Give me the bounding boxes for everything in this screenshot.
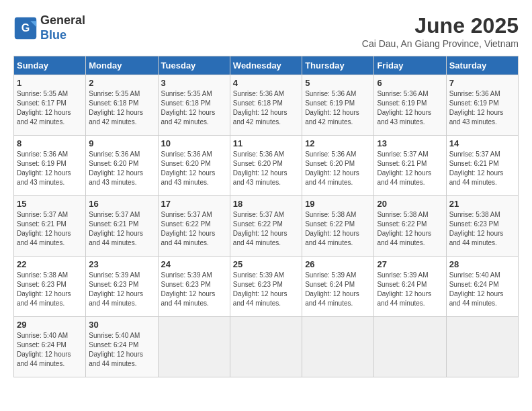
- day-info: Sunrise: 5:35 AMSunset: 6:18 PMDaylight:…: [89, 89, 154, 127]
- day-number: 28: [449, 259, 515, 269]
- calendar-day-cell: 12Sunrise: 5:36 AMSunset: 6:20 PMDayligh…: [302, 136, 374, 196]
- title-block: June 2025 Cai Dau, An Giang Province, Vi…: [362, 13, 519, 49]
- day-info: Sunrise: 5:39 AMSunset: 6:23 PMDaylight:…: [89, 271, 154, 308]
- calendar-day-cell: 14Sunrise: 5:37 AMSunset: 6:21 PMDayligh…: [446, 136, 518, 196]
- day-number: 24: [161, 259, 227, 269]
- calendar-day-cell: 27Sunrise: 5:39 AMSunset: 6:24 PMDayligh…: [374, 257, 446, 317]
- day-info: Sunrise: 5:40 AMSunset: 6:24 PMDaylight:…: [17, 331, 83, 369]
- day-info: Sunrise: 5:36 AMSunset: 6:18 PMDaylight:…: [233, 89, 299, 127]
- month-title: June 2025: [362, 13, 519, 38]
- calendar-day-cell: 30Sunrise: 5:40 AMSunset: 6:24 PMDayligh…: [86, 317, 158, 377]
- day-number: 26: [305, 259, 371, 269]
- weekday-header-monday: Monday: [86, 56, 158, 75]
- day-info: Sunrise: 5:36 AMSunset: 6:19 PMDaylight:…: [17, 150, 83, 187]
- day-number: 2: [89, 78, 154, 88]
- calendar-header: SundayMondayTuesdayWednesdayThursdayFrid…: [14, 56, 519, 75]
- calendar-day-cell: 2Sunrise: 5:35 AMSunset: 6:18 PMDaylight…: [86, 75, 158, 136]
- day-number: 15: [17, 199, 83, 209]
- calendar-day-cell: 1Sunrise: 5:35 AMSunset: 6:17 PMDaylight…: [14, 75, 86, 136]
- weekday-header-friday: Friday: [374, 56, 446, 75]
- day-number: 13: [377, 138, 443, 148]
- calendar-day-cell: 20Sunrise: 5:38 AMSunset: 6:22 PMDayligh…: [374, 196, 446, 257]
- day-info: Sunrise: 5:37 AMSunset: 6:21 PMDaylight:…: [377, 150, 443, 187]
- calendar-day-cell: [446, 317, 518, 377]
- calendar-week-row: 8Sunrise: 5:36 AMSunset: 6:19 PMDaylight…: [14, 136, 519, 196]
- day-number: 4: [233, 78, 299, 88]
- logo: G General Blue: [13, 13, 85, 42]
- calendar-day-cell: 10Sunrise: 5:36 AMSunset: 6:20 PMDayligh…: [158, 136, 230, 196]
- calendar-body: 1Sunrise: 5:35 AMSunset: 6:17 PMDaylight…: [14, 75, 519, 377]
- calendar-day-cell: [374, 317, 446, 377]
- calendar-day-cell: 15Sunrise: 5:37 AMSunset: 6:21 PMDayligh…: [14, 196, 86, 257]
- day-info: Sunrise: 5:38 AMSunset: 6:22 PMDaylight:…: [377, 210, 443, 248]
- day-info: Sunrise: 5:36 AMSunset: 6:20 PMDaylight:…: [161, 150, 227, 187]
- day-number: 18: [233, 199, 299, 209]
- calendar-day-cell: 5Sunrise: 5:36 AMSunset: 6:19 PMDaylight…: [302, 75, 374, 136]
- day-number: 3: [161, 78, 227, 88]
- svg-text:G: G: [21, 21, 30, 34]
- day-number: 17: [161, 199, 227, 209]
- day-info: Sunrise: 5:40 AMSunset: 6:24 PMDaylight:…: [89, 331, 154, 369]
- calendar-week-row: 15Sunrise: 5:37 AMSunset: 6:21 PMDayligh…: [14, 196, 519, 257]
- weekday-row: SundayMondayTuesdayWednesdayThursdayFrid…: [14, 56, 519, 75]
- day-info: Sunrise: 5:35 AMSunset: 6:18 PMDaylight:…: [161, 89, 227, 127]
- logo-general: General: [40, 13, 85, 28]
- day-info: Sunrise: 5:35 AMSunset: 6:17 PMDaylight:…: [17, 89, 83, 127]
- calendar-day-cell: 22Sunrise: 5:38 AMSunset: 6:23 PMDayligh…: [14, 257, 86, 317]
- day-info: Sunrise: 5:37 AMSunset: 6:22 PMDaylight:…: [161, 210, 227, 248]
- day-number: 21: [449, 199, 515, 209]
- calendar-day-cell: 23Sunrise: 5:39 AMSunset: 6:23 PMDayligh…: [86, 257, 158, 317]
- day-number: 1: [17, 78, 83, 88]
- weekday-header-wednesday: Wednesday: [230, 56, 302, 75]
- calendar-day-cell: 25Sunrise: 5:39 AMSunset: 6:23 PMDayligh…: [230, 257, 302, 317]
- weekday-header-thursday: Thursday: [302, 56, 374, 75]
- day-number: 27: [377, 259, 443, 269]
- day-info: Sunrise: 5:36 AMSunset: 6:19 PMDaylight:…: [305, 89, 371, 127]
- calendar-day-cell: 3Sunrise: 5:35 AMSunset: 6:18 PMDaylight…: [158, 75, 230, 136]
- day-info: Sunrise: 5:39 AMSunset: 6:23 PMDaylight:…: [233, 271, 299, 308]
- calendar-day-cell: [230, 317, 302, 377]
- calendar-day-cell: 9Sunrise: 5:36 AMSunset: 6:20 PMDaylight…: [86, 136, 158, 196]
- day-info: Sunrise: 5:38 AMSunset: 6:23 PMDaylight:…: [17, 271, 83, 308]
- calendar-day-cell: 18Sunrise: 5:37 AMSunset: 6:22 PMDayligh…: [230, 196, 302, 257]
- day-number: 14: [449, 138, 515, 148]
- calendar-day-cell: 4Sunrise: 5:36 AMSunset: 6:18 PMDaylight…: [230, 75, 302, 136]
- day-info: Sunrise: 5:36 AMSunset: 6:20 PMDaylight:…: [89, 150, 154, 187]
- day-number: 8: [17, 138, 83, 148]
- day-info: Sunrise: 5:39 AMSunset: 6:24 PMDaylight:…: [305, 271, 371, 308]
- day-number: 11: [233, 138, 299, 148]
- day-info: Sunrise: 5:37 AMSunset: 6:21 PMDaylight:…: [449, 150, 515, 187]
- logo-icon: G: [13, 16, 38, 40]
- day-number: 7: [449, 78, 515, 88]
- calendar-day-cell: 8Sunrise: 5:36 AMSunset: 6:19 PMDaylight…: [14, 136, 86, 196]
- day-number: 19: [305, 199, 371, 209]
- day-info: Sunrise: 5:39 AMSunset: 6:24 PMDaylight:…: [377, 271, 443, 308]
- day-info: Sunrise: 5:37 AMSunset: 6:22 PMDaylight:…: [233, 210, 299, 248]
- weekday-header-sunday: Sunday: [14, 56, 86, 75]
- calendar-day-cell: 6Sunrise: 5:36 AMSunset: 6:19 PMDaylight…: [374, 75, 446, 136]
- day-info: Sunrise: 5:38 AMSunset: 6:22 PMDaylight:…: [305, 210, 371, 248]
- calendar-day-cell: 13Sunrise: 5:37 AMSunset: 6:21 PMDayligh…: [374, 136, 446, 196]
- calendar-day-cell: 26Sunrise: 5:39 AMSunset: 6:24 PMDayligh…: [302, 257, 374, 317]
- day-number: 9: [89, 138, 154, 148]
- calendar-day-cell: 21Sunrise: 5:38 AMSunset: 6:23 PMDayligh…: [446, 196, 518, 257]
- logo-blue: Blue: [40, 28, 85, 43]
- day-info: Sunrise: 5:39 AMSunset: 6:23 PMDaylight:…: [161, 271, 227, 308]
- calendar-week-row: 29Sunrise: 5:40 AMSunset: 6:24 PMDayligh…: [14, 317, 519, 377]
- day-number: 16: [89, 199, 154, 209]
- calendar-table: SundayMondayTuesdayWednesdayThursdayFrid…: [13, 56, 519, 377]
- day-number: 22: [17, 259, 83, 269]
- calendar-day-cell: 24Sunrise: 5:39 AMSunset: 6:23 PMDayligh…: [158, 257, 230, 317]
- day-info: Sunrise: 5:36 AMSunset: 6:20 PMDaylight:…: [305, 150, 371, 187]
- calendar-day-cell: 7Sunrise: 5:36 AMSunset: 6:19 PMDaylight…: [446, 75, 518, 136]
- calendar-day-cell: 17Sunrise: 5:37 AMSunset: 6:22 PMDayligh…: [158, 196, 230, 257]
- day-info: Sunrise: 5:36 AMSunset: 6:20 PMDaylight:…: [233, 150, 299, 187]
- day-info: Sunrise: 5:37 AMSunset: 6:21 PMDaylight:…: [89, 210, 154, 248]
- page-header: G General Blue June 2025 Cai Dau, An Gia…: [13, 13, 519, 49]
- location: Cai Dau, An Giang Province, Vietnam: [362, 38, 519, 49]
- calendar-week-row: 1Sunrise: 5:35 AMSunset: 6:17 PMDaylight…: [14, 75, 519, 136]
- day-number: 5: [305, 78, 371, 88]
- weekday-header-tuesday: Tuesday: [158, 56, 230, 75]
- calendar-day-cell: 16Sunrise: 5:37 AMSunset: 6:21 PMDayligh…: [86, 196, 158, 257]
- day-number: 29: [17, 320, 83, 330]
